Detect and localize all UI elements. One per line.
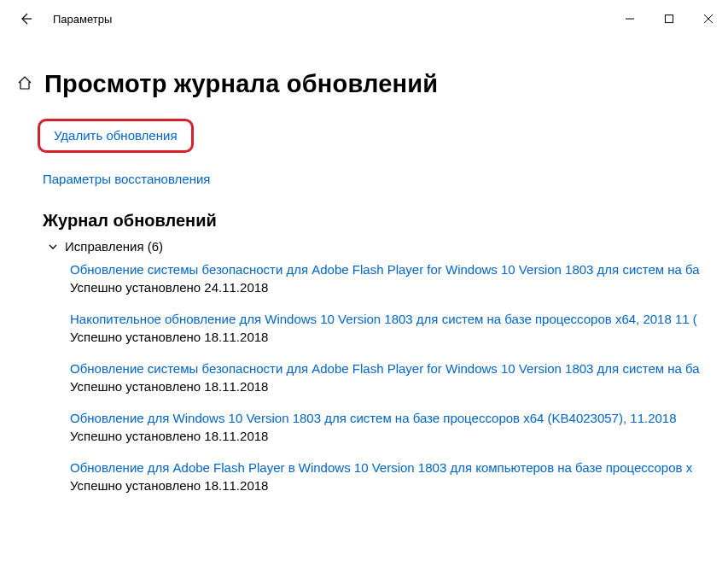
arrow-left-icon (18, 11, 33, 26)
update-item: Обновление для Windows 10 Version 1803 д… (70, 411, 711, 443)
recovery-options-link[interactable]: Параметры восстановления (43, 172, 210, 186)
close-icon (704, 15, 713, 23)
minimize-icon (626, 15, 634, 23)
update-item: Обновление системы безопасности для Adob… (70, 262, 711, 295)
update-status: Успешно установлено 18.11.2018 (70, 379, 711, 394)
update-item: Обновление для Adobe Flash Player в Wind… (70, 460, 711, 493)
chevron-down-icon (46, 240, 60, 254)
page-title: Просмотр журнала обновлений (44, 70, 438, 98)
app-title: Параметры (53, 13, 112, 26)
update-status: Успешно установлено 18.11.2018 (70, 330, 711, 344)
maximize-button[interactable] (649, 5, 689, 32)
window-controls (610, 5, 728, 32)
journal-heading: Журнал обновлений (43, 211, 711, 231)
update-link[interactable]: Обновление для Windows 10 Version 1803 д… (70, 411, 711, 425)
content-area: Просмотр журнала обновлений Удалить обно… (0, 70, 728, 493)
update-item: Накопительное обновление для Windows 10 … (70, 312, 711, 344)
page-header: Просмотр журнала обновлений (43, 70, 711, 98)
update-status: Успешно установлено 18.11.2018 (70, 429, 711, 443)
minimize-button[interactable] (610, 5, 649, 32)
update-status: Успешно установлено 18.11.2018 (70, 478, 711, 493)
update-link[interactable]: Накопительное обновление для Windows 10 … (70, 312, 711, 326)
uninstall-highlight: Удалить обновления (38, 119, 194, 153)
fixes-group-toggle[interactable]: Исправления (6) (46, 239, 711, 254)
update-link[interactable]: Обновление системы безопасности для Adob… (70, 262, 711, 277)
titlebar: Параметры (0, 0, 728, 38)
back-button[interactable] (14, 7, 38, 31)
home-icon[interactable] (17, 75, 32, 94)
update-status: Успешно установлено 24.11.2018 (70, 280, 711, 295)
update-link[interactable]: Обновление для Adobe Flash Player в Wind… (70, 460, 711, 475)
update-link[interactable]: Обновление системы безопасности для Adob… (70, 361, 711, 376)
maximize-icon (665, 15, 673, 23)
fixes-group-label: Исправления (6) (65, 239, 163, 254)
close-button[interactable] (689, 5, 728, 32)
update-item: Обновление системы безопасности для Adob… (70, 361, 711, 394)
svg-rect-0 (666, 15, 673, 23)
uninstall-updates-link[interactable]: Удалить обновления (54, 128, 178, 143)
